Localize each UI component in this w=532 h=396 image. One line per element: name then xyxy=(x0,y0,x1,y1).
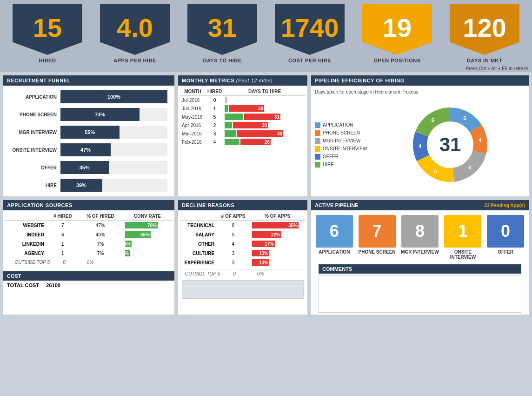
pipeline-box-offer: 0 OFFER xyxy=(487,215,524,260)
sources-row: INDEED 6 40% 55% xyxy=(5,230,173,239)
funnel-row-offer: OFFER 45% xyxy=(10,161,167,174)
decline-apps: 3 xyxy=(217,258,249,267)
funnel-bar-container-5: 39% xyxy=(60,179,167,192)
decline-content: # OF APPS % OF APPS TECHNICAL 8 35% SALA… xyxy=(178,210,307,302)
donut-label-5: 6 xyxy=(432,117,434,123)
decline-label: EXPERIENCE xyxy=(180,258,217,267)
legend-dot-hire xyxy=(315,162,320,168)
pipeline-box-label-mgrinterview: MGR INTERVIEW xyxy=(401,249,439,255)
col-month: MONTH xyxy=(180,87,206,96)
kpi-value-apps: 4.0 xyxy=(117,13,153,43)
decline-label: TECHNICAL xyxy=(180,221,217,230)
kpi-value-mkt: 120 xyxy=(463,13,506,43)
monthly-hired-val: 1 xyxy=(206,104,224,113)
decline-label: SALARY xyxy=(180,230,217,239)
source-conv: 70% xyxy=(122,221,173,230)
source-conv: 55% xyxy=(122,230,173,239)
decline-row: CULTURE 3 13% xyxy=(180,248,306,258)
donut-container: 546646 31 xyxy=(375,98,525,191)
source-pct: 47% xyxy=(79,221,122,230)
source-pct: 40% xyxy=(79,230,122,239)
decline-bar: 22% xyxy=(252,231,281,238)
monthly-subtitle: (Past 12 mths) xyxy=(236,78,273,83)
funnel-bar-container-3: 47% xyxy=(60,143,167,156)
legend-mgrinterview: MGR INTERVIEW xyxy=(315,138,371,144)
decline-bar: 13% xyxy=(252,259,269,266)
monthly-red-bar xyxy=(226,97,226,103)
sources-row: AGENCY 1 7% 10% xyxy=(5,248,173,258)
donut-label-3: 6 xyxy=(434,168,437,174)
funnel-bar-2: 55% xyxy=(60,126,120,139)
sources-header: APPLICATION SOURCES xyxy=(3,200,174,210)
monthly-hired-val: 3 xyxy=(206,129,224,138)
sources-panel: APPLICATION SOURCES # HIRED % OF HIRED C… xyxy=(3,200,175,315)
kpi-label-hired: HIRED xyxy=(39,58,56,63)
monthly-row: Jul-2016 0 xyxy=(180,96,306,105)
source-label: INDEED xyxy=(5,230,47,239)
funnel-label-1: PHONE SCREEN xyxy=(10,112,57,117)
monthly-red-bar: 31 xyxy=(244,114,280,120)
decline-col-label xyxy=(180,212,217,221)
kpi-value-hired: 15 xyxy=(33,13,62,43)
legend-dot-phonescreen xyxy=(315,130,320,136)
legend-label-application: APPLICATION xyxy=(323,122,353,128)
sources-col-hired: # HIRED xyxy=(47,212,79,221)
funnel-bar-5: 39% xyxy=(60,179,102,192)
funnel-header: RECRUITMENT FUNNEL xyxy=(3,75,174,86)
pipeline-box-label-offer: OFFER xyxy=(498,249,513,255)
legend-label-onsite: ONSITE INTERVIEW xyxy=(323,146,367,151)
pipeline-num-phonescreen: 7 xyxy=(359,215,396,248)
source-label: WEBSITE xyxy=(5,221,47,230)
monthly-bars: 30 xyxy=(224,104,284,113)
comments-area xyxy=(319,275,521,313)
decline-outside-row: OUTSIDE TOP 5 0 0% xyxy=(180,269,306,278)
funnel-row-onsiteinterview: ONSITE INTERVIEW 47% xyxy=(10,143,167,156)
comments-header: COMMENTS xyxy=(319,264,521,274)
decline-pct-bar: 22% xyxy=(249,230,306,239)
funnel-row-phonescreen: PHONE SCREEN 74% xyxy=(10,108,167,121)
kpi-badge-hired: 15 xyxy=(13,4,82,55)
legend-hire: HIRE xyxy=(315,162,371,168)
monthly-header: MONTHLY METRICS (Past 12 mths) xyxy=(178,75,307,86)
decline-col-pct: % OF APPS xyxy=(249,212,306,221)
pipeline-num-application: 6 xyxy=(316,215,353,248)
conv-bar: 70% xyxy=(125,222,158,228)
funnel-label-3: ONSITE INTERVIEW xyxy=(10,148,57,153)
pipeline-panel: PIPELINE EFFICIENCY OF HIRING Days taken… xyxy=(311,75,529,197)
sources-col-pct: % OF HIRED xyxy=(79,212,122,221)
monthly-row: Apr-2016 2 30 xyxy=(180,121,306,129)
decline-row: OTHER 4 17% xyxy=(180,239,306,248)
pipeline-legend: APPLICATION PHONE SCREEN MGR INTERVIEW O… xyxy=(315,122,371,168)
decline-panel: DECLINE REASONS # OF APPS % OF APPS TECH… xyxy=(178,200,308,315)
funnel-bar-0: 100% xyxy=(60,90,167,103)
monthly-hired-val: 4 xyxy=(206,138,224,146)
legend-dot-offer xyxy=(315,154,320,160)
donut-center: 31 xyxy=(439,134,461,156)
pending-badge: 22 Pending App(s) xyxy=(485,203,525,208)
monthly-hired-val: 0 xyxy=(206,96,224,105)
cost-label: TOTAL COST xyxy=(7,282,39,288)
sources-col-conv: CONV RATE xyxy=(122,212,173,221)
decline-outside-label: OUTSIDE TOP 5 xyxy=(183,271,220,276)
monthly-bars xyxy=(224,96,284,104)
funnel-row-hire: HIRE 39% xyxy=(10,179,167,192)
monthly-title: MONTHLY METRICS xyxy=(182,78,234,83)
pipeline-boxes: 6 APPLICATION 7 PHONE SCREEN 8 MGR INTER… xyxy=(311,210,529,264)
refresh-bar: Press Ctrl + Alt + F5 to refresh xyxy=(0,65,532,72)
pipeline-title: PIPELINE EFFICIENCY OF HIRING xyxy=(315,78,405,83)
kpi-badge-cost: 1740 xyxy=(275,4,345,55)
legend-onsite: ONSITE INTERVIEW xyxy=(315,146,371,152)
source-hired: 7 xyxy=(47,221,79,230)
legend-dot-onsite xyxy=(315,146,320,152)
kpi-cost-per-hire: 1740 COST PER HIRE xyxy=(267,4,352,65)
monthly-red-bar: 40 xyxy=(237,130,283,137)
kpi-value-open: 19 xyxy=(383,13,412,43)
monthly-hired-val: 2 xyxy=(206,121,224,129)
kpi-label-mkt: DAYS IN MKT xyxy=(467,58,502,63)
kpi-value-days: 31 xyxy=(208,13,237,43)
decline-col-apps: # OF APPS xyxy=(217,212,249,221)
decline-label: CULTURE xyxy=(180,248,217,258)
donut-label-1: 4 xyxy=(479,137,482,143)
kpi-days-in-mkt: 120 DAYS IN MKT xyxy=(442,4,527,65)
sources-row: LINKEDIN 1 7% 14% xyxy=(5,239,173,248)
